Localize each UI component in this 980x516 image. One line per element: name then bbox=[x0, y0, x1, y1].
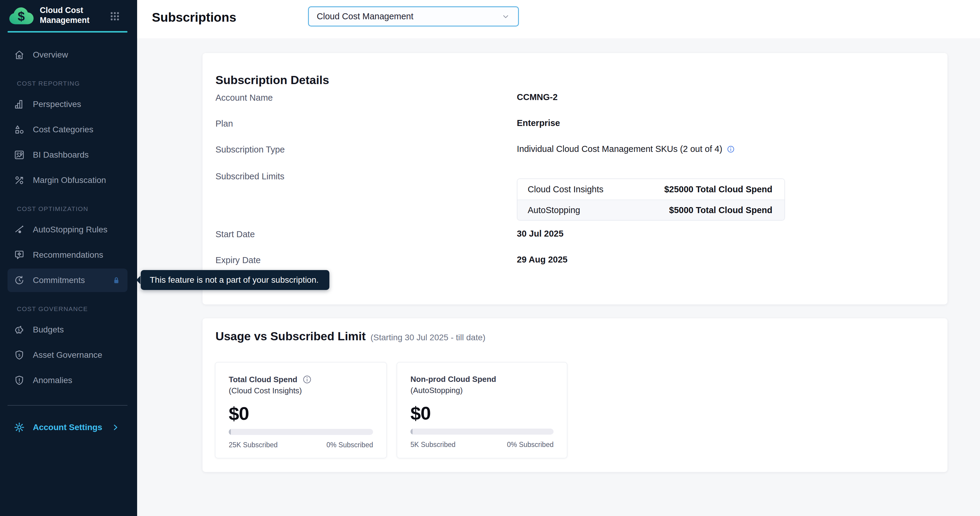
sidebar-item-account-settings[interactable]: Account Settings bbox=[8, 416, 127, 439]
expiry-date-value: 29 Aug 2025 bbox=[517, 255, 568, 264]
page-header: Subscriptions Cloud Cost Management bbox=[137, 0, 980, 38]
sidebar-item-label: Anomalies bbox=[33, 376, 72, 385]
sidebar-item-perspectives[interactable]: Perspectives bbox=[8, 92, 127, 116]
shapes-icon bbox=[14, 124, 25, 135]
subscribed-percent-label: 0% Subscribed bbox=[326, 441, 373, 449]
sidebar-item-label: AutoStopping Rules bbox=[33, 225, 108, 234]
svg-text:$: $ bbox=[18, 353, 20, 357]
sidebar-item-bi-dashboards[interactable]: BI Dashboards bbox=[8, 143, 127, 167]
plan-value: Enterprise bbox=[517, 118, 560, 128]
tooltip-text: This feature is not a part of your subsc… bbox=[150, 275, 318, 285]
commitments-clock-icon bbox=[14, 275, 25, 286]
total-cloud-spend-card: Total Cloud Spend (Cloud Cost Insights) … bbox=[215, 362, 387, 459]
metric-value: $0 bbox=[410, 402, 554, 424]
nonprod-cloud-spend-card: Non-prod Cloud Spend (AutoStopping) $0 5… bbox=[396, 362, 568, 459]
usage-progress-bar bbox=[410, 428, 554, 435]
gear-icon bbox=[14, 422, 25, 433]
sidebar-item-overview[interactable]: Overview bbox=[8, 43, 127, 67]
sidebar-item-label: Commitments bbox=[33, 276, 85, 285]
sidebar-item-label: Perspectives bbox=[33, 99, 81, 109]
sidebar-item-label: Cost Categories bbox=[33, 125, 94, 134]
module-select-value: Cloud Cost Management bbox=[317, 11, 414, 21]
usage-card: Usage vs Subscribed Limit (Starting 30 J… bbox=[202, 318, 947, 472]
sidebar-item-label: Budgets bbox=[33, 325, 64, 334]
sku-name: Cloud Cost Insights bbox=[528, 185, 603, 194]
sidebar-item-label: Overview bbox=[33, 50, 68, 60]
sidebar-item-autostopping-rules[interactable]: AutoStopping Rules bbox=[8, 218, 127, 241]
cloud-dollar-logo-icon: $ bbox=[8, 5, 35, 25]
usage-header: Usage vs Subscribed Limit (Starting 30 J… bbox=[215, 330, 485, 343]
subscription-details-title: Subscription Details bbox=[215, 73, 329, 87]
sidebar-item-recommendations[interactable]: Recommendations bbox=[8, 243, 127, 267]
autostopping-icon bbox=[14, 224, 25, 236]
dashboard-image-icon bbox=[14, 149, 25, 161]
lock-icon bbox=[112, 276, 121, 285]
percent-icon bbox=[14, 175, 25, 186]
sidebar-item-label: BI Dashboards bbox=[33, 150, 89, 160]
chevron-right-icon bbox=[111, 423, 119, 432]
sidebar-item-margin-obfuscation[interactable]: Margin Obfuscation bbox=[8, 169, 127, 192]
start-date-label: Start Date bbox=[215, 229, 255, 239]
sidebar-section-cost-optimization: COST OPTIMIZATION bbox=[17, 205, 88, 212]
sidebar-item-label: Margin Obfuscation bbox=[33, 175, 106, 185]
sidebar-section-cost-governance: COST GOVERNANCE bbox=[17, 305, 88, 312]
subscription-tooltip: This feature is not a part of your subsc… bbox=[141, 270, 329, 290]
subscription-details-card: Subscription Details Account Name CCMNG-… bbox=[202, 53, 947, 304]
sidebar-item-cost-categories[interactable]: Cost Categories bbox=[8, 118, 127, 141]
sku-name: AutoStopping bbox=[528, 205, 580, 215]
module-select-dropdown[interactable]: Cloud Cost Management bbox=[308, 6, 519, 27]
page-title: Subscriptions bbox=[152, 10, 236, 25]
bar-chart-icon bbox=[14, 99, 25, 110]
subscription-type-label: Subscription Type bbox=[215, 145, 285, 154]
subscribed-limits-table: Cloud Cost Insights $25000 Total Cloud S… bbox=[517, 178, 785, 221]
sidebar-item-anomalies[interactable]: Anomalies bbox=[8, 369, 127, 392]
sku-limit: $5000 Total Cloud Spend bbox=[669, 205, 772, 215]
app-title: Cloud Cost Management bbox=[40, 5, 109, 25]
svg-text:$: $ bbox=[18, 328, 20, 332]
metric-title: Total Cloud Spend bbox=[229, 375, 298, 384]
expiry-date-label: Expiry Date bbox=[215, 255, 261, 265]
metric-subtitle: (Cloud Cost Insights) bbox=[229, 386, 373, 395]
metric-value: $0 bbox=[229, 403, 373, 424]
start-date-value: 30 Jul 2025 bbox=[517, 229, 563, 239]
sidebar-section-cost-reporting: COST REPORTING bbox=[17, 80, 80, 87]
sidebar-item-commitments[interactable]: Commitments bbox=[8, 269, 127, 292]
sku-limit: $25000 Total Cloud Spend bbox=[664, 185, 772, 194]
sidebar-item-label: Account Settings bbox=[33, 422, 102, 432]
piggy-bank-icon: $ bbox=[14, 324, 25, 336]
usage-progress-fill bbox=[410, 428, 412, 435]
app-switcher-grid-icon[interactable] bbox=[110, 11, 120, 22]
shield-alert-icon bbox=[14, 375, 25, 386]
subscribed-limits-label: Subscribed Limits bbox=[215, 172, 285, 182]
home-icon bbox=[14, 49, 25, 61]
metric-subtitle: (AutoStopping) bbox=[410, 386, 554, 395]
table-row: Cloud Cost Insights $25000 Total Cloud S… bbox=[517, 179, 784, 199]
info-icon[interactable] bbox=[727, 145, 735, 153]
sidebar-item-label: Asset Governance bbox=[33, 350, 102, 360]
metric-title: Non-prod Cloud Spend bbox=[410, 375, 496, 384]
shield-dollar-icon: $ bbox=[14, 349, 25, 361]
app-screen: $ Cloud Cost Management Overview COST RE… bbox=[0, 0, 980, 516]
subscription-type-value: Individual Cloud Cost Management SKUs (2… bbox=[517, 144, 735, 154]
table-row: AutoStopping $5000 Total Cloud Spend bbox=[517, 199, 784, 220]
chat-sparkle-icon bbox=[14, 249, 25, 261]
subscription-type-text: Individual Cloud Cost Management SKUs (2… bbox=[517, 144, 722, 154]
plan-label: Plan bbox=[215, 119, 233, 129]
subscribed-percent-label: 0% Subscribed bbox=[507, 441, 554, 449]
info-icon[interactable] bbox=[302, 375, 312, 384]
usage-progress-fill bbox=[229, 429, 231, 435]
sidebar-item-label: Recommendations bbox=[33, 250, 103, 260]
sidebar-item-budgets[interactable]: $ Budgets bbox=[8, 318, 127, 341]
usage-progress-bar bbox=[229, 429, 373, 435]
sidebar-divider bbox=[8, 405, 127, 406]
chevron-down-icon bbox=[501, 12, 510, 21]
sidebar-item-asset-governance[interactable]: $ Asset Governance bbox=[8, 343, 127, 367]
usage-subtitle: (Starting 30 Jul 2025 - till date) bbox=[371, 333, 485, 342]
svg-text:$: $ bbox=[18, 10, 25, 24]
sidebar-accent-divider bbox=[8, 31, 127, 33]
subscribed-amount-label: 25K Subscribed bbox=[229, 441, 278, 449]
app-logo[interactable]: $ Cloud Cost Management bbox=[8, 5, 109, 25]
subscribed-amount-label: 5K Subscribed bbox=[410, 441, 456, 449]
sidebar: $ Cloud Cost Management Overview COST RE… bbox=[0, 0, 137, 516]
account-name-value: CCMNG-2 bbox=[517, 92, 557, 102]
